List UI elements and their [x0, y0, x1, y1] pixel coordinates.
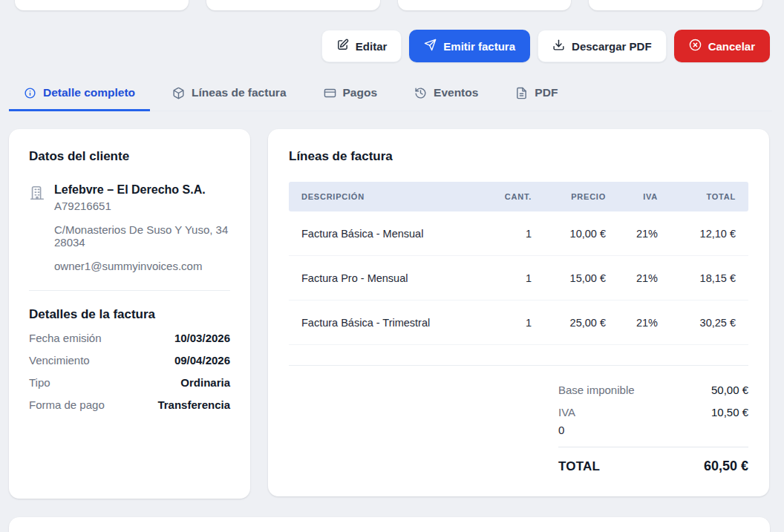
iva-label: IVA: [558, 406, 575, 418]
detail-row-fecha-emision: Fecha emisión 10/03/2026: [29, 332, 230, 344]
x-circle-icon: [689, 39, 702, 53]
tab-label: PDF: [535, 86, 558, 99]
detail-value: 09/04/2026: [174, 354, 230, 367]
line-total: 12,10 €: [658, 228, 736, 240]
invoice-actions: Editar Emitir factura Descargar PDF Canc…: [0, 30, 770, 62]
line-vat: 21%: [606, 228, 658, 240]
invoice-lines-card: Líneas de factura Descripción Cant. Prec…: [268, 129, 769, 496]
tab-detalle-completo[interactable]: Detalle completo: [9, 77, 150, 111]
col-total: Total: [658, 192, 736, 201]
client-address-line1: C/Monasterios De Suso Y Yuso, 34: [54, 223, 228, 236]
building-icon: [29, 185, 45, 272]
client-card-divider: [29, 290, 230, 291]
detail-label: Tipo: [29, 376, 50, 389]
download-icon: [552, 39, 565, 53]
table-end-divider: [289, 345, 748, 366]
col-cantidad: Cant.: [480, 192, 532, 201]
client-tax-id: A79216651: [54, 200, 228, 212]
line-price: 15,00 €: [532, 272, 606, 284]
edit-button-label: Editar: [356, 40, 388, 53]
line-description: Factura Básica - Trimestral: [301, 317, 480, 329]
grand-total-value: 60,50 €: [704, 459, 748, 474]
detail-row-tipo: Tipo Ordinaria: [29, 376, 230, 389]
detail-value: Ordinaria: [180, 376, 230, 389]
tab-pagos[interactable]: Pagos: [309, 77, 393, 111]
download-pdf-button-label: Descargar PDF: [572, 40, 652, 53]
base-imponible-value: 50,00 €: [711, 384, 748, 396]
line-qty: 1: [480, 228, 532, 240]
line-vat: 21%: [606, 317, 658, 329]
totals-divider: [558, 447, 748, 447]
detail-row-vencimiento: Vencimiento 09/04/2026: [29, 354, 230, 367]
iva-value: 10,50 €: [711, 406, 748, 418]
client-card: Datos del cliente Lefebvre – El Derecho …: [9, 129, 250, 499]
tab-pdf[interactable]: PDF: [500, 77, 572, 111]
table-row: Factura Pro - Mensual 1 15,00 € 21% 18,1…: [289, 256, 748, 301]
send-icon: [424, 39, 437, 53]
base-imponible-label: Base imponible: [558, 384, 635, 396]
edit-button[interactable]: Editar: [321, 30, 402, 62]
line-qty: 1: [480, 317, 532, 329]
totals-block: Base imponible 50,00 € IVA 10,50 € 0 TOT…: [558, 384, 748, 474]
detail-label: Fecha emisión: [29, 332, 102, 344]
line-qty: 1: [480, 272, 532, 284]
top-cards-row: [15, 0, 762, 10]
main-content: Datos del cliente Lefebvre – El Derecho …: [9, 129, 769, 499]
line-description: Factura Básica - Mensual: [301, 228, 480, 240]
col-descripcion: Descripción: [301, 192, 480, 201]
emit-invoice-button-label: Emitir factura: [443, 40, 515, 53]
detail-label: Vencimiento: [29, 354, 90, 367]
client-address-line2: 28034: [54, 236, 228, 249]
detail-value: 10/03/2026: [174, 332, 230, 344]
history-icon: [414, 87, 427, 99]
top-card-2: [206, 0, 380, 10]
client-email: owner1@summyinvoices.com: [54, 260, 228, 272]
line-price: 25,00 €: [532, 317, 606, 329]
table-row: Factura Básica - Trimestral 1 25,00 € 21…: [289, 301, 748, 345]
line-price: 10,00 €: [532, 228, 606, 240]
detail-value: Transferencia: [157, 398, 230, 411]
bottom-card: [9, 517, 770, 532]
detail-row-forma-de-pago: Forma de pago Transferencia: [29, 398, 230, 411]
grand-total-label: TOTAL: [558, 459, 600, 474]
tab-lineas-de-factura[interactable]: Líneas de factura: [157, 77, 301, 111]
table-row: Factura Básica - Mensual 1 10,00 € 21% 1…: [289, 211, 748, 256]
iva-row: IVA 10,50 €: [558, 406, 748, 418]
info-circle-icon: [24, 87, 36, 99]
col-iva: IVA: [606, 192, 658, 201]
invoice-lines-table: Descripción Cant. Precio IVA Total Factu…: [289, 182, 748, 366]
tab-label: Eventos: [434, 86, 478, 99]
credit-card-icon: [324, 87, 336, 99]
tab-label: Detalle completo: [43, 86, 135, 99]
cancel-button-label: Cancelar: [708, 40, 755, 53]
invoice-lines-title: Líneas de factura: [289, 149, 748, 164]
tab-eventos[interactable]: Eventos: [399, 77, 493, 111]
col-precio: Precio: [532, 192, 606, 201]
line-total: 30,25 €: [658, 317, 736, 329]
base-imponible-row: Base imponible 50,00 €: [558, 384, 748, 396]
client-block: Lefebvre – El Derecho S.A. A79216651 C/M…: [29, 183, 230, 272]
emit-invoice-button[interactable]: Emitir factura: [409, 30, 530, 62]
download-pdf-button[interactable]: Descargar PDF: [538, 30, 667, 62]
client-address: C/Monasterios De Suso Y Yuso, 34 28034: [54, 223, 228, 249]
iva-extra: 0: [558, 424, 748, 436]
top-card-3: [398, 0, 572, 10]
top-card-4: [589, 0, 762, 10]
client-name: Lefebvre – El Derecho S.A.: [54, 183, 228, 197]
invoice-details-title: Detalles de la factura: [29, 307, 230, 322]
line-description: Factura Pro - Mensual: [301, 272, 480, 284]
cancel-button[interactable]: Cancelar: [674, 30, 770, 62]
package-icon: [172, 87, 185, 99]
line-vat: 21%: [606, 272, 658, 284]
top-card-1: [15, 0, 189, 10]
table-header: Descripción Cant. Precio IVA Total: [289, 182, 748, 211]
client-section-title: Datos del cliente: [29, 149, 230, 164]
detail-tabs: Detalle completo Líneas de factura Pagos…: [9, 77, 772, 111]
line-total: 18,15 €: [658, 272, 736, 284]
tab-label: Líneas de factura: [192, 86, 287, 99]
tab-label: Pagos: [343, 86, 378, 99]
grand-total-row: TOTAL 60,50 €: [558, 459, 748, 474]
client-info: Lefebvre – El Derecho S.A. A79216651 C/M…: [54, 183, 228, 272]
document-icon: [515, 87, 528, 99]
edit-icon: [336, 39, 349, 53]
